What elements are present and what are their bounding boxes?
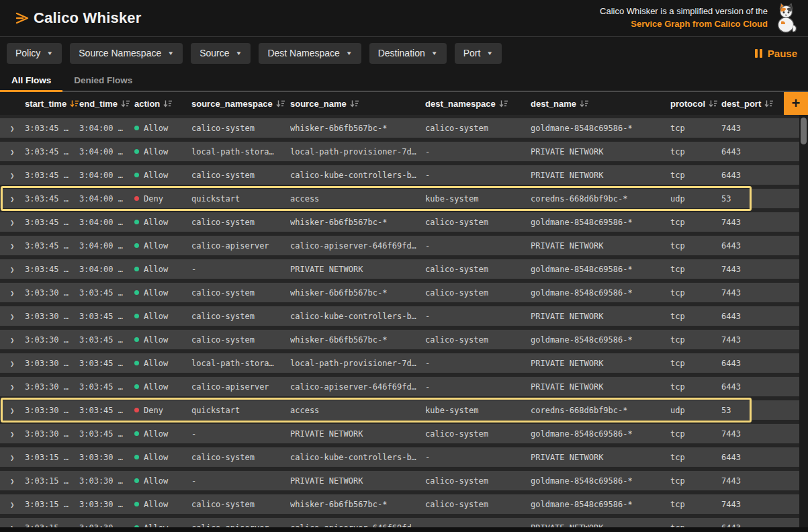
cell-start-time: 3:03:15 … — [25, 523, 79, 528]
expand-chevron-icon[interactable]: ❯ — [0, 171, 25, 180]
table-row[interactable]: ❯3:03:15 …3:03:30 …Allowcalico-apiserver… — [0, 518, 799, 527]
scrollbar-thumb[interactable] — [801, 118, 807, 144]
expand-chevron-icon[interactable]: ❯ — [0, 265, 25, 274]
table-row[interactable]: ❯3:03:45 …3:04:00 …Allow-PRIVATE NETWORK… — [0, 259, 799, 279]
table-row[interactable]: ❯3:03:30 …3:03:45 …Allowcalico-systemwhi… — [0, 283, 799, 302]
cell-protocol: tcp — [664, 429, 721, 439]
cell-source-name: whisker-6b6fb567bc-* — [290, 124, 425, 133]
cell-action: Allow — [134, 218, 191, 227]
cell-dest-name: goldmane-8548c69586-* — [531, 288, 664, 298]
tab-denied-flows[interactable]: Denied Flows — [62, 69, 144, 91]
table-row[interactable]: ❯3:03:45 …3:04:00 …Allowcalico-apiserver… — [0, 236, 799, 255]
cell-source-namespace: calico-system — [191, 288, 290, 298]
cell-dest-port: 6443 — [721, 312, 799, 321]
cell-dest-name: PRIVATE NETWORK — [531, 241, 664, 251]
column-header-action[interactable]: action — [134, 99, 191, 109]
cell-action: Allow — [134, 265, 191, 274]
cell-start-time: 3:03:45 … — [25, 218, 79, 227]
cell-end-time: 3:04:00 … — [79, 265, 134, 274]
expand-chevron-icon[interactable]: ❯ — [0, 406, 25, 415]
filter-dest-namespace[interactable]: Dest Namespace ▼ — [259, 43, 361, 64]
expand-chevron-icon[interactable]: ❯ — [0, 429, 25, 439]
cell-dest-port: 6443 — [721, 382, 799, 392]
allow-status-icon — [134, 384, 139, 389]
expand-chevron-icon[interactable]: ❯ — [0, 523, 25, 528]
cell-action: Allow — [134, 241, 191, 251]
column-header-dest-port[interactable]: dest_port — [721, 99, 784, 109]
expand-chevron-icon[interactable]: ❯ — [0, 476, 25, 486]
allow-status-icon — [134, 267, 139, 271]
cell-source-namespace: quickstart — [191, 194, 290, 204]
cell-action: Deny — [134, 406, 191, 415]
expand-chevron-icon[interactable]: ❯ — [0, 500, 25, 509]
table-row[interactable]: ❯3:03:30 …3:03:45 …Allowcalico-systemwhi… — [0, 330, 799, 349]
expand-chevron-icon[interactable]: ❯ — [0, 218, 25, 227]
top-header: Calico Whisker Calico Whisker is a simpl… — [0, 0, 808, 37]
expand-chevron-icon[interactable]: ❯ — [0, 288, 25, 298]
table-row[interactable]: ❯3:03:45 …3:04:00 …Allowlocal-path-stora… — [0, 142, 799, 161]
cell-start-time: 3:03:30 … — [25, 359, 79, 368]
column-header-end-time[interactable]: end_time — [79, 99, 134, 109]
cell-protocol: tcp — [664, 124, 721, 133]
service-graph-link[interactable]: Service Graph from Calico Cloud — [600, 18, 768, 31]
column-header-start-time[interactable]: start_time — [25, 99, 79, 109]
expand-chevron-icon[interactable]: ❯ — [0, 312, 25, 321]
table-row[interactable]: ❯3:03:15 …3:03:30 …Allow-PRIVATE NETWORK… — [0, 471, 799, 490]
filter-port[interactable]: Port ▼ — [455, 43, 502, 64]
filter-source-namespace[interactable]: Source Namespace ▼ — [70, 43, 183, 64]
filter-source[interactable]: Source ▼ — [191, 43, 251, 64]
table-row[interactable]: ❯3:03:15 …3:03:30 …Allowcalico-systemwhi… — [0, 494, 799, 514]
table-row[interactable]: ❯3:03:30 …3:03:45 …Denyquickstartaccessk… — [0, 400, 799, 420]
cell-dest-port: 53 — [721, 194, 799, 204]
table-row[interactable]: ❯3:03:45 …3:04:00 …Denyquickstartaccessk… — [0, 189, 799, 208]
cell-dest-port: 6443 — [721, 359, 799, 368]
column-header-dest-namespace[interactable]: dest_namespace — [425, 99, 531, 109]
cell-action: Allow — [134, 171, 191, 180]
table-row[interactable]: ❯3:03:30 …3:03:45 …Allowlocal-path-stora… — [0, 353, 799, 373]
expand-chevron-icon[interactable]: ❯ — [0, 194, 25, 204]
vertical-scrollbar[interactable] — [799, 115, 808, 527]
allow-status-icon — [134, 243, 139, 248]
expand-chevron-icon[interactable]: ❯ — [0, 241, 25, 251]
cell-dest-name: PRIVATE NETWORK — [531, 453, 664, 462]
expand-chevron-icon[interactable]: ❯ — [0, 147, 25, 157]
table-row[interactable]: ❯3:03:15 …3:03:30 …Allowcalico-systemcal… — [0, 447, 799, 467]
allow-status-icon — [134, 361, 139, 365]
table-row[interactable]: ❯3:03:30 …3:03:45 …Allow-PRIVATE NETWORK… — [0, 424, 799, 443]
filter-destination[interactable]: Destination ▼ — [369, 43, 447, 64]
cell-protocol: udp — [664, 194, 721, 204]
cell-source-namespace: calico-apiserver — [191, 382, 290, 392]
cell-dest-port: 6443 — [721, 147, 799, 157]
table-row[interactable]: ❯3:03:30 …3:03:45 …Allowcalico-apiserver… — [0, 377, 799, 396]
table-row[interactable]: ❯3:03:30 …3:03:45 …Allowcalico-systemcal… — [0, 306, 799, 326]
column-header-source-namespace[interactable]: source_namespace — [191, 99, 290, 109]
cell-dest-name: goldmane-8548c69586-* — [531, 218, 664, 227]
table-row[interactable]: ❯3:03:45 …3:04:00 …Allowcalico-systemwhi… — [0, 212, 799, 232]
tab-all-flows[interactable]: All Flows — [0, 69, 62, 91]
expand-chevron-icon[interactable]: ❯ — [0, 124, 25, 133]
expand-chevron-icon[interactable]: ❯ — [0, 359, 25, 368]
add-column-button[interactable]: + — [784, 92, 808, 115]
filter-policy[interactable]: Policy ▼ — [7, 43, 62, 64]
cell-action: Allow — [134, 147, 191, 157]
cell-start-time: 3:03:30 … — [25, 429, 79, 439]
sort-icon — [121, 100, 130, 107]
cell-start-time: 3:03:15 … — [25, 476, 79, 486]
expand-chevron-icon[interactable]: ❯ — [0, 453, 25, 462]
table-row[interactable]: ❯3:03:45 …3:04:00 …Allowcalico-systemcal… — [0, 165, 799, 185]
cell-source-namespace: quickstart — [191, 406, 290, 415]
cell-protocol: tcp — [664, 476, 721, 486]
brand: Calico Whisker — [15, 9, 142, 27]
cell-dest-name: PRIVATE NETWORK — [531, 312, 664, 321]
cell-source-namespace: calico-system — [191, 171, 290, 180]
table-row[interactable]: ❯3:03:45 …3:04:00 …Allowcalico-systemwhi… — [0, 118, 799, 138]
column-header-source-name[interactable]: source_name — [290, 99, 425, 109]
column-header-protocol[interactable]: protocol — [664, 99, 721, 109]
filter-label: Port — [463, 48, 481, 58]
expand-chevron-icon[interactable]: ❯ — [0, 382, 25, 392]
cell-end-time: 3:04:00 … — [79, 241, 134, 251]
pause-button[interactable]: Pause — [755, 48, 797, 59]
cell-source-name: whisker-6b6fb567bc-* — [290, 335, 425, 345]
column-header-dest-name[interactable]: dest_name — [531, 99, 664, 109]
expand-chevron-icon[interactable]: ❯ — [0, 335, 25, 345]
